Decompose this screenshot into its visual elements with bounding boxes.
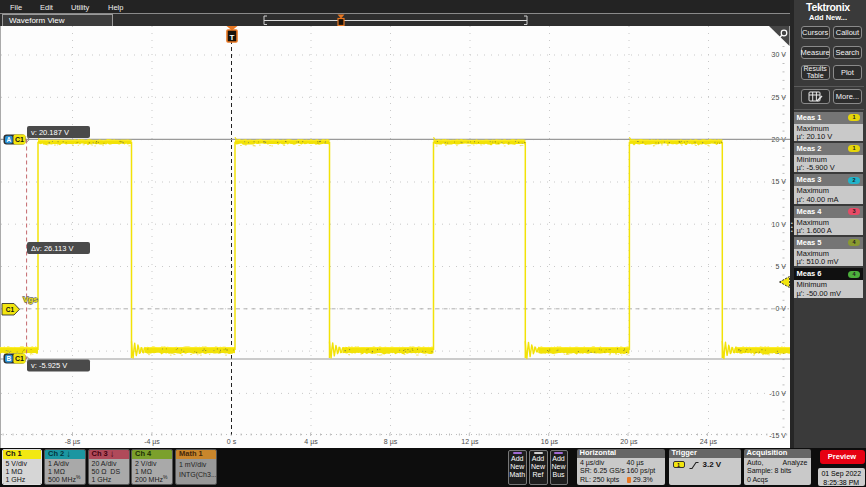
- svg-text:-10 V: -10 V: [769, 390, 786, 397]
- svg-text:12 µs: 12 µs: [461, 438, 479, 446]
- svg-text:8 µs: 8 µs: [384, 438, 398, 446]
- svg-text:4 µs: 4 µs: [304, 438, 318, 446]
- svg-text:0 s: 0 s: [227, 438, 237, 445]
- svg-text:v: 20.187 V: v: 20.187 V: [31, 128, 69, 137]
- svg-text:25 V: 25 V: [772, 94, 787, 101]
- svg-text:T: T: [230, 33, 235, 42]
- svg-text:-8 µs: -8 µs: [65, 438, 81, 446]
- svg-text:B: B: [6, 355, 11, 362]
- svg-text:C1: C1: [15, 136, 24, 143]
- svg-text:Vgs: Vgs: [23, 295, 38, 304]
- svg-text:30 V: 30 V: [772, 51, 787, 58]
- svg-text:5 V: 5 V: [775, 263, 786, 270]
- svg-text:24 µs: 24 µs: [700, 438, 718, 446]
- svg-text:Δv: 26.113 V: Δv: 26.113 V: [31, 244, 73, 253]
- svg-text:10 V: 10 V: [772, 221, 787, 228]
- svg-text:-4 µs: -4 µs: [144, 438, 160, 446]
- svg-text:20 µs: 20 µs: [620, 438, 638, 446]
- svg-text:C1: C1: [15, 355, 24, 362]
- svg-text:v: -5.925 V: v: -5.925 V: [31, 361, 67, 370]
- svg-text:A: A: [6, 136, 11, 143]
- svg-text:16 µs: 16 µs: [541, 438, 559, 446]
- svg-text:-15 V: -15 V: [769, 432, 786, 439]
- svg-text:C1: C1: [6, 306, 15, 313]
- svg-text:15 V: 15 V: [772, 178, 787, 185]
